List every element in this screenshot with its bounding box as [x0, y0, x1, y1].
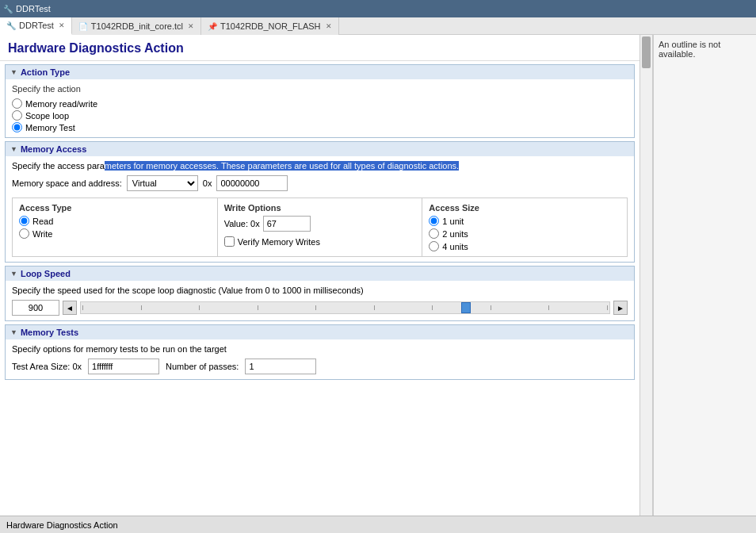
access-type-title: Access Type	[19, 203, 211, 213]
slider-decrease-btn[interactable]: ◄	[63, 301, 77, 315]
memory-access-arrow: ▼	[10, 145, 17, 153]
tab-nor-label: T1042RDB_NOR_FLASH	[220, 21, 321, 31]
radio-write[interactable]: Write	[19, 228, 211, 239]
radio-2units-label: 2 units	[442, 229, 468, 239]
slider-increase-btn[interactable]: ►	[613, 301, 628, 315]
address-input[interactable]	[216, 175, 288, 191]
app-icon: 🔧	[3, 5, 13, 13]
tick-4	[258, 305, 258, 310]
access-type-radio-group: Read Write	[19, 216, 211, 239]
memory-space-select[interactable]: Virtual Physical	[127, 175, 198, 191]
outline-text: An outline is not available.	[659, 40, 751, 59]
tab-ddrtest[interactable]: 🔧 DDRTest ✕	[0, 17, 72, 35]
status-bar: Hardware Diagnostics Action	[0, 516, 756, 533]
title-text: DDRTest	[16, 4, 51, 13]
tab-init-core[interactable]: 📄 T1042RDB_init_core.tcl ✕	[72, 17, 201, 35]
memory-access-content: Specify the access parameters for memory…	[6, 156, 634, 262]
tick-7	[432, 305, 433, 310]
access-type-col: Access Type Read Write	[13, 198, 218, 256]
loop-speed-content: Specify the speed used for the scope loo…	[6, 281, 634, 320]
page-title: Hardware Diagnostics Action	[0, 35, 640, 61]
tab-init-icon: 📄	[78, 22, 88, 31]
radio-memory-test[interactable]: Memory Test	[12, 122, 628, 132]
tab-ddrtest-icon: 🔧	[6, 21, 16, 30]
value-label: Value: 0x	[224, 219, 260, 228]
value-input[interactable]	[263, 216, 311, 232]
tick-5	[315, 305, 316, 310]
memory-space-row: Memory space and address: Virtual Physic…	[12, 175, 628, 191]
loop-speed-desc: Specify the speed used for the scope loo…	[12, 286, 628, 295]
tab-init-close[interactable]: ✕	[188, 22, 194, 30]
num-passes-label: Number of passes:	[166, 362, 239, 371]
slider-thumb[interactable]	[461, 302, 471, 313]
left-panel: Hardware Diagnostics Action ▼ Action Typ…	[0, 35, 653, 516]
memory-tests-arrow: ▼	[10, 328, 17, 336]
tab-bar: 🔧 DDRTest ✕ 📄 T1042RDB_init_core.tcl ✕ 📌…	[0, 17, 756, 35]
radio-memory-test-label: Memory Test	[25, 123, 75, 132]
scrollbar[interactable]	[640, 35, 652, 516]
loop-speed-title: Loop Speed	[21, 269, 71, 278]
title-bar: 🔧 DDRTest	[0, 0, 756, 17]
radio-1unit-input[interactable]	[429, 216, 439, 226]
loop-speed-header[interactable]: ▼ Loop Speed	[6, 266, 634, 281]
radio-4units-input[interactable]	[429, 241, 439, 251]
tick-10	[607, 305, 608, 310]
three-col: Access Type Read Write	[12, 197, 628, 257]
radio-read[interactable]: Read	[19, 216, 211, 226]
loop-speed-section: ▼ Loop Speed Specify the speed used for …	[5, 266, 635, 321]
memory-tests-header[interactable]: ▼ Memory Tests	[6, 325, 634, 339]
radio-scope-loop[interactable]: Scope loop	[12, 110, 628, 121]
specify-text: Specify the action	[12, 84, 628, 94]
radio-memory-rw[interactable]: Memory read/write	[12, 98, 628, 109]
memory-access-title: Memory Access	[21, 144, 86, 154]
slider-row: ◄	[12, 300, 628, 316]
memory-tests-title: Memory Tests	[21, 328, 78, 337]
radio-write-input[interactable]	[19, 228, 29, 239]
scrollbar-thumb[interactable]	[642, 36, 651, 68]
test-row: Test Area Size: 0x Number of passes:	[12, 359, 628, 374]
action-type-header[interactable]: ▼ Action Type	[6, 65, 634, 79]
radio-read-label: Read	[32, 217, 53, 226]
hex-prefix: 0x	[203, 178, 212, 188]
radio-memory-rw-label: Memory read/write	[25, 99, 97, 109]
tab-ddrtest-close[interactable]: ✕	[59, 21, 65, 29]
status-text: Hardware Diagnostics Action	[6, 520, 118, 530]
access-size-radio-group: 1 unit 2 units 4 units	[429, 216, 620, 251]
speed-input[interactable]	[12, 300, 59, 316]
radio-2units-input[interactable]	[429, 228, 439, 239]
radio-2units[interactable]: 2 units	[429, 228, 620, 239]
tick-9	[548, 305, 549, 310]
radio-scope-loop-label: Scope loop	[25, 111, 69, 121]
memory-access-header[interactable]: ▼ Memory Access	[6, 142, 634, 156]
tab-nor-close[interactable]: ✕	[326, 22, 332, 30]
write-options-title: Write Options	[224, 203, 416, 213]
tab-ddrtest-label: DDRTest	[19, 21, 54, 30]
tab-nor-icon: 📌	[208, 22, 217, 31]
action-type-arrow: ▼	[10, 68, 17, 76]
num-passes-input[interactable]	[245, 359, 316, 374]
value-row: Value: 0x	[224, 216, 416, 232]
radio-4units[interactable]: 4 units	[429, 241, 620, 251]
verify-checkbox[interactable]	[224, 236, 235, 247]
access-size-col: Access Size 1 unit 2 units	[422, 198, 627, 256]
radio-memory-rw-input[interactable]	[12, 98, 22, 109]
tick-6	[374, 305, 375, 310]
tab-nor-flash[interactable]: 📌 T1042RDB_NOR_FLASH ✕	[201, 17, 339, 35]
test-area-label: Test Area Size: 0x	[12, 362, 82, 371]
radio-1unit[interactable]: 1 unit	[429, 216, 620, 226]
action-type-content: Specify the action Memory read/write Sco…	[6, 79, 634, 137]
write-options-col: Write Options Value: 0x Verify Memory Wr…	[218, 198, 423, 256]
memory-tests-section: ▼ Memory Tests Specify options for memor…	[5, 324, 635, 380]
test-area-input[interactable]	[88, 359, 159, 374]
loop-speed-arrow: ▼	[10, 270, 17, 278]
verify-label: Verify Memory Writes	[238, 237, 320, 247]
radio-1unit-label: 1 unit	[442, 217, 464, 226]
radio-memory-test-input[interactable]	[12, 122, 22, 132]
memory-tests-desc: Specify options for memory tests to be r…	[12, 344, 628, 354]
radio-4units-label: 4 units	[442, 242, 468, 251]
desc-highlighted: meters for memory accesses. These parame…	[105, 161, 459, 171]
slider-track[interactable]	[80, 301, 610, 314]
radio-read-input[interactable]	[19, 216, 29, 226]
memory-space-label: Memory space and address:	[12, 178, 122, 188]
radio-scope-loop-input[interactable]	[12, 110, 22, 121]
